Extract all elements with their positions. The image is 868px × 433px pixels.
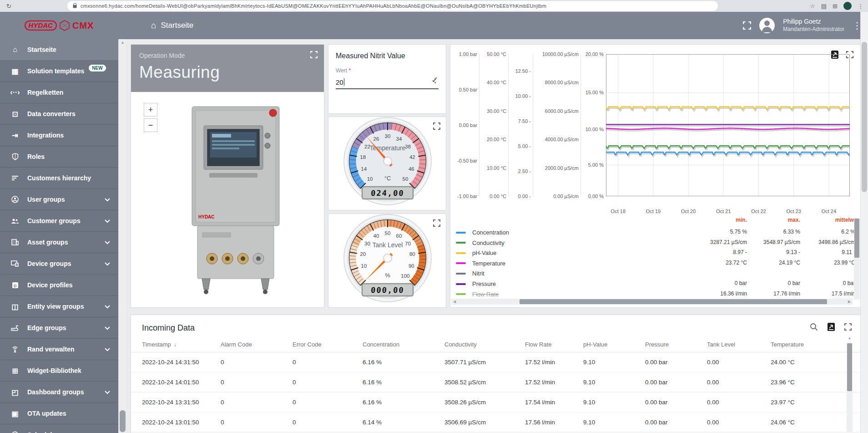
legend-vertical-scrollbar[interactable]: [854, 218, 860, 300]
gauge-fullscreen-icon[interactable]: [433, 122, 440, 132]
avatar[interactable]: [759, 18, 775, 33]
table-scroll-up[interactable]: ▲: [847, 336, 853, 340]
table-row[interactable]: 2022-10-24 14:31:50006.16 %3507.71 µS/cm…: [131, 352, 861, 372]
sidebar-item-edge-groups[interactable]: Edge groups: [0, 317, 118, 339]
svg-text:100: 100: [401, 273, 409, 279]
column-header-tank-level[interactable]: Tank Level: [707, 341, 771, 348]
legend-item-temperature[interactable]: Temperature: [456, 260, 505, 267]
browser-nav-icons[interactable]: ↻: [6, 3, 11, 10]
reload-icon[interactable]: ↻: [6, 3, 11, 10]
chart-plot[interactable]: [606, 54, 850, 209]
column-header-ph-value[interactable]: pH-Value: [583, 341, 645, 348]
legend-scroll-thumb[interactable]: [854, 219, 859, 258]
sidebar-scrollbar[interactable]: ▲: [118, 39, 126, 433]
sidebar-item-roles[interactable]: Roles: [0, 146, 118, 168]
stat-value: 3498.86 µS/cm: [801, 239, 855, 245]
bookmark-star-icon[interactable]: ☆: [810, 3, 815, 10]
incoming-data-panel: Incoming Data Timestamp↓Alarm CodeError …: [131, 315, 861, 433]
legend-item-concentration[interactable]: Concentration: [456, 229, 509, 236]
scroll-up-arrow[interactable]: ▲: [119, 39, 126, 46]
sidebar-item-regelketten[interactable]: ‹··›Regelketten: [0, 82, 118, 103]
people-icon: [10, 218, 20, 224]
scroll-right-arrow[interactable]: ▶: [846, 300, 853, 304]
sidebar-item-integrations[interactable]: ⇥Integrations: [0, 125, 118, 146]
sidebar-item-entity-view-groups[interactable]: ◫Entity view groups: [0, 296, 118, 317]
chart-horizontal-scrollbar[interactable]: ◀ ▶: [451, 299, 853, 305]
sidebar-item-dashboard-groups[interactable]: ◰Dashboard groups: [0, 382, 118, 403]
search-icon[interactable]: [810, 323, 818, 333]
browser-menu-icon[interactable]: ⋮: [858, 3, 863, 10]
x-tick-label: Oct 23: [787, 209, 801, 214]
table-export-icon[interactable]: [827, 322, 835, 333]
legend-label: Temperature: [472, 260, 505, 267]
gauge-fullscreen-icon[interactable]: [433, 219, 440, 229]
zoom-out-button[interactable]: −: [144, 118, 157, 132]
column-header-conductivity[interactable]: Conductivity: [444, 341, 525, 348]
sidebar-item-user-groups[interactable]: User groups: [0, 189, 118, 210]
x-tick-label: Oct 20: [681, 209, 696, 214]
table-vertical-scrollbar[interactable]: ▲: [847, 342, 853, 433]
header-actions: Philipp Goetz Mandanten-Administrator ⋮: [743, 18, 862, 33]
side-panel-icon[interactable]: ▤: [821, 3, 827, 10]
column-header-pressure[interactable]: Pressure: [645, 341, 707, 348]
sidebar-item-customer-groups[interactable]: Customer groups: [0, 210, 118, 232]
hscroll-thumb[interactable]: [520, 299, 827, 304]
stat-value: 17.76 l/min: [746, 290, 800, 297]
page-scrollbar[interactable]: [860, 12, 868, 433]
legend-item-nitrit[interactable]: Nitrit: [456, 270, 484, 277]
operation-mode-fullscreen-icon[interactable]: [310, 51, 318, 60]
legend-item-flow-rate[interactable]: Flow Rate: [456, 291, 499, 298]
fullscreen-icon[interactable]: [743, 21, 751, 30]
sidebar-item-label: Roles: [27, 153, 45, 160]
legend-item-conductivity[interactable]: Conductivity: [456, 239, 505, 246]
legend-item-ph-value[interactable]: pH-Value: [456, 250, 496, 256]
browser-profile-avatar[interactable]: [843, 2, 852, 10]
table-row[interactable]: 2022-10-24 13:31:50006.16 %3508.26 µS/cm…: [131, 392, 861, 413]
column-header-error-code[interactable]: Error Code: [293, 341, 363, 348]
sidebar-item-widget-bibliothek[interactable]: ⊞Widget-Bibliothek: [0, 360, 118, 382]
svg-text:Tank Level: Tank Level: [373, 241, 403, 249]
extensions-icon[interactable]: ⊞: [833, 3, 838, 10]
sidebar-item-scheduler[interactable]: Scheduler: [0, 424, 118, 433]
table-cell: 0.00 bar: [645, 379, 707, 386]
sidebar-item-ota-updates[interactable]: ▣OTA updates: [0, 403, 118, 424]
sidebar-item-solution-templates[interactable]: ▦Solution templatesNEW: [0, 61, 118, 82]
sidebar-item-device-profiles[interactable]: DDevice profiles: [0, 275, 118, 296]
sidebar-item-data-converters[interactable]: ⊡Data converters: [0, 103, 118, 125]
sidebar-item-customers-hierarchy[interactable]: Customers hierarchy: [0, 168, 118, 189]
table-header-row: Timestamp↓Alarm CodeError CodeConcentrat…: [131, 336, 861, 352]
address-bar[interactable]: cmxsonne6.hydac.com/homeDetails-WebUI@ob…: [67, 1, 718, 11]
table-row[interactable]: 2022-10-24 14:01:50006.16 %3508.52 µS/cm…: [131, 372, 861, 392]
sidebar-item-device-groups[interactable]: Device groups: [0, 253, 118, 275]
column-header-concentration[interactable]: Concentration: [363, 341, 444, 348]
column-header-timestamp[interactable]: Timestamp↓: [142, 341, 221, 348]
table-fullscreen-icon[interactable]: [844, 323, 852, 332]
legend-item-pressure[interactable]: Pressure: [456, 280, 496, 287]
sidebar-item-asset-groups[interactable]: Asset groups: [0, 232, 118, 253]
legend-label: Conductivity: [472, 239, 505, 246]
wert-input[interactable]: 20 ▲▼: [336, 76, 439, 89]
column-header-flow-rate[interactable]: Flow Rate: [525, 341, 583, 348]
table-cell: 0.00: [707, 419, 771, 426]
table-actions: [810, 322, 852, 333]
scroll-left-arrow[interactable]: ◀: [451, 300, 458, 304]
svg-text:34: 34: [396, 136, 402, 142]
axis-tick-label: 20.00 %: [585, 51, 604, 57]
table-scroll-thumb[interactable]: [847, 343, 852, 391]
chevron-down-icon: [105, 196, 110, 203]
column-header-alarm-code[interactable]: Alarm Code: [221, 341, 293, 348]
axis-tick-label: 0.00 %: [588, 194, 604, 199]
sidebar-scroll-thumb[interactable]: [120, 410, 126, 432]
table-cell: 17.54 l/min: [525, 399, 583, 406]
breadcrumb[interactable]: ⌂ Startseite: [151, 20, 193, 31]
confirm-check-icon[interactable]: ✓: [431, 75, 439, 85]
zoom-in-button[interactable]: +: [144, 103, 157, 117]
table-cell: 0: [293, 419, 363, 426]
stat-value: 8.97 -: [692, 249, 747, 255]
table-row[interactable]: 2022-10-24 13:01:50006.14 %3506.69 µS/cm…: [131, 413, 861, 433]
page-scroll-thumb[interactable]: [862, 42, 867, 192]
svg-text:HYDAC: HYDAC: [198, 214, 215, 219]
sidebar-item-rand-verwalten[interactable]: Rand verwalten: [0, 339, 118, 360]
sidebar-item-startseite[interactable]: ⌂Startseite: [0, 39, 118, 61]
boxed-d-icon: D: [10, 282, 20, 289]
